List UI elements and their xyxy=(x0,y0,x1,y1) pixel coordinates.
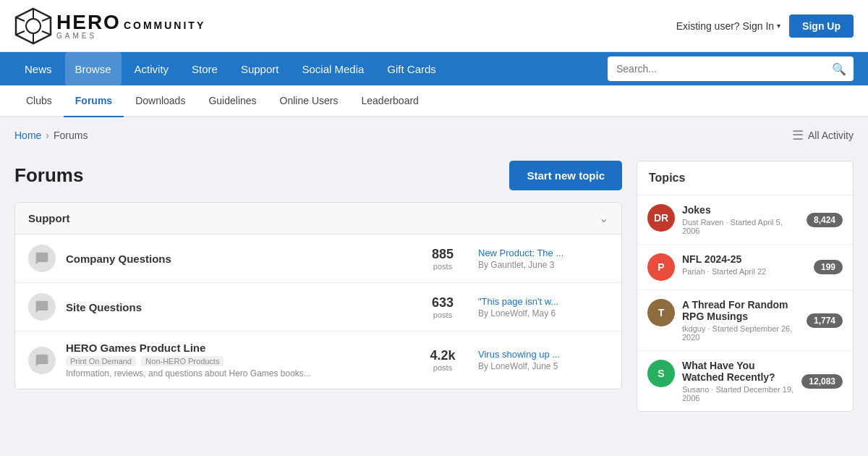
forum-latest-title-site[interactable]: "This page isn't w... xyxy=(478,296,608,307)
breadcrumb-bar: Home › Forums ☰ All Activity xyxy=(0,117,868,153)
nav-item-support[interactable]: Support xyxy=(231,52,289,85)
sub-item-non-hero[interactable]: Non-HERO Products xyxy=(141,356,224,366)
forum-latest-meta-site: By LoneWolf, May 6 xyxy=(478,308,608,318)
all-activity-label: All Activity xyxy=(808,130,854,141)
logo-icon xyxy=(14,7,52,45)
topic-row-nfl: P NFL 2024-25 Pariah · Started April 22 … xyxy=(637,245,853,290)
topic-avatar-jokes: DR xyxy=(647,204,675,232)
svg-line-4 xyxy=(42,17,51,21)
nav-item-browse[interactable]: Browse xyxy=(65,52,122,85)
right-panel: Topics DR Jokes Dust Raven · Started Apr… xyxy=(637,153,854,412)
main-navbar: News Browse Activity Store Support Socia… xyxy=(0,52,868,85)
topic-row-rpg: T A Thread For Random RPG Musings tkdguy… xyxy=(637,290,853,351)
subnav-item-downloads[interactable]: Downloads xyxy=(124,85,197,117)
support-section-header[interactable]: Support ⌄ xyxy=(15,203,621,235)
nav-item-news[interactable]: News xyxy=(14,52,62,85)
forum-latest-meta-company: By Gauntlet, June 3 xyxy=(478,260,608,270)
topic-count-jokes: 8,424 xyxy=(807,213,843,227)
topic-count-rpg: 1,774 xyxy=(807,313,843,328)
logo-hero-text: HERO xyxy=(56,12,121,33)
header-right: Existing user? Sign In ▾ Sign Up xyxy=(676,14,854,38)
sub-navbar: Clubs Forums Downloads Guidelines Online… xyxy=(0,85,868,117)
forum-name-site[interactable]: Site Questions xyxy=(66,301,407,313)
forum-posts-site: 633 posts xyxy=(417,295,468,319)
svg-line-6 xyxy=(42,31,51,35)
support-section: Support ⌄ Company Questions 885 posts Ne… xyxy=(14,202,622,389)
topic-row-watched: S What Have You Watched Recently? Susano… xyxy=(637,351,853,411)
topic-count-nfl: 199 xyxy=(814,260,843,274)
nav-item-store[interactable]: Store xyxy=(182,52,228,85)
left-panel: Forums Start new topic Support ⌄ Company… xyxy=(14,153,622,412)
forum-latest-site: "This page isn't w... By LoneWolf, May 6 xyxy=(478,296,608,318)
section-chevron-icon: ⌄ xyxy=(599,211,608,225)
forum-icon-company xyxy=(28,245,56,272)
all-activity-link[interactable]: ☰ All Activity xyxy=(792,127,854,143)
forum-row-site-questions: Site Questions 633 posts "This page isn'… xyxy=(15,283,621,332)
breadcrumb: Home › Forums xyxy=(14,130,88,141)
topic-title-nfl[interactable]: NFL 2024-25 xyxy=(682,253,807,265)
forum-latest-company: New Product: The ... By Gauntlet, June 3 xyxy=(478,248,608,270)
sign-in-arrow: ▾ xyxy=(777,22,780,30)
topic-body-nfl: NFL 2024-25 Pariah · Started April 22 xyxy=(682,253,807,276)
topic-meta-watched: Susano · Started December 19, 2006 xyxy=(682,385,794,402)
topic-body-jokes: Jokes Dust Raven · Started April 5, 2006 xyxy=(682,204,799,235)
subnav-item-forums[interactable]: Forums xyxy=(64,85,124,117)
topic-title-watched[interactable]: What Have You Watched Recently? xyxy=(682,360,794,383)
sign-in-button[interactable]: Existing user? Sign In ▾ xyxy=(676,20,780,32)
forum-posts-label-site: posts xyxy=(417,311,468,319)
topic-title-rpg[interactable]: A Thread For Random RPG Musings xyxy=(682,299,799,322)
topic-row-jokes: DR Jokes Dust Raven · Started April 5, 2… xyxy=(637,195,853,245)
topic-title-jokes[interactable]: Jokes xyxy=(682,204,799,216)
logo-community-text: COMMUNITY xyxy=(124,20,205,30)
logo-games-text: GAMES xyxy=(56,33,205,40)
breadcrumb-sep: › xyxy=(46,130,49,141)
topics-box: Topics DR Jokes Dust Raven · Started Apr… xyxy=(637,161,854,412)
sub-item-print[interactable]: Print On Demand xyxy=(66,356,136,366)
forum-posts-count-site: 633 xyxy=(417,295,468,311)
chat-icon-2 xyxy=(35,300,49,314)
forum-row-hero-products: HERO Games Product Line Print On Demand … xyxy=(15,332,621,389)
breadcrumb-home[interactable]: Home xyxy=(14,130,41,141)
subnav-item-online-users[interactable]: Online Users xyxy=(268,85,350,117)
forum-name-company[interactable]: Company Questions xyxy=(66,253,407,265)
nav-item-social-media[interactable]: Social Media xyxy=(292,52,374,85)
svg-line-5 xyxy=(16,31,25,35)
logo[interactable]: HERO COMMUNITY GAMES xyxy=(14,7,205,45)
forum-icon-hero xyxy=(28,347,56,374)
topic-meta-rpg: tkdguy · Started September 26, 2020 xyxy=(682,324,799,342)
subnav-item-guidelines[interactable]: Guidelines xyxy=(197,85,268,117)
subnav-item-leaderboard[interactable]: Leaderboard xyxy=(349,85,430,117)
search-button[interactable]: 🔍 xyxy=(825,62,854,76)
search-input[interactable] xyxy=(608,63,825,75)
nav-item-activity[interactable]: Activity xyxy=(124,52,179,85)
svg-line-7 xyxy=(16,17,25,21)
sign-in-label: Existing user? Sign In xyxy=(676,20,774,32)
topic-body-watched: What Have You Watched Recently? Susano ·… xyxy=(682,360,794,402)
main-content: Forums Start new topic Support ⌄ Company… xyxy=(0,153,868,426)
sign-up-button[interactable]: Sign Up xyxy=(789,14,854,38)
forum-info-hero: HERO Games Product Line Print On Demand … xyxy=(66,342,407,379)
topics-header: Topics xyxy=(637,161,853,195)
start-topic-button[interactable]: Start new topic xyxy=(509,161,622,190)
forum-info-company: Company Questions xyxy=(66,253,407,265)
topic-meta-nfl: Pariah · Started April 22 xyxy=(682,267,807,276)
forums-title: Forums xyxy=(14,164,83,187)
forum-latest-hero: Virus showing up ... By LoneWolf, June 5 xyxy=(478,349,608,371)
support-section-title: Support xyxy=(28,212,70,224)
forum-latest-title-hero[interactable]: Virus showing up ... xyxy=(478,349,608,360)
forums-header: Forums Start new topic xyxy=(14,153,622,190)
chat-icon-3 xyxy=(35,353,49,368)
topic-avatar-nfl: P xyxy=(647,253,675,281)
subnav-item-clubs[interactable]: Clubs xyxy=(14,85,64,117)
forum-posts-label-hero: posts xyxy=(417,363,468,372)
breadcrumb-current: Forums xyxy=(54,130,88,141)
forum-desc-hero: Information, reviews, and questions abou… xyxy=(66,368,407,379)
forum-name-hero[interactable]: HERO Games Product Line xyxy=(66,342,407,354)
forum-latest-meta-hero: By LoneWolf, June 5 xyxy=(478,361,608,371)
nav-item-gift-cards[interactable]: Gift Cards xyxy=(377,52,446,85)
forum-icon-site xyxy=(28,293,56,321)
topic-avatar-watched: S xyxy=(647,360,675,387)
svg-point-1 xyxy=(26,19,41,33)
forum-latest-title-company[interactable]: New Product: The ... xyxy=(478,248,608,258)
forum-posts-count-company: 885 xyxy=(417,247,468,262)
